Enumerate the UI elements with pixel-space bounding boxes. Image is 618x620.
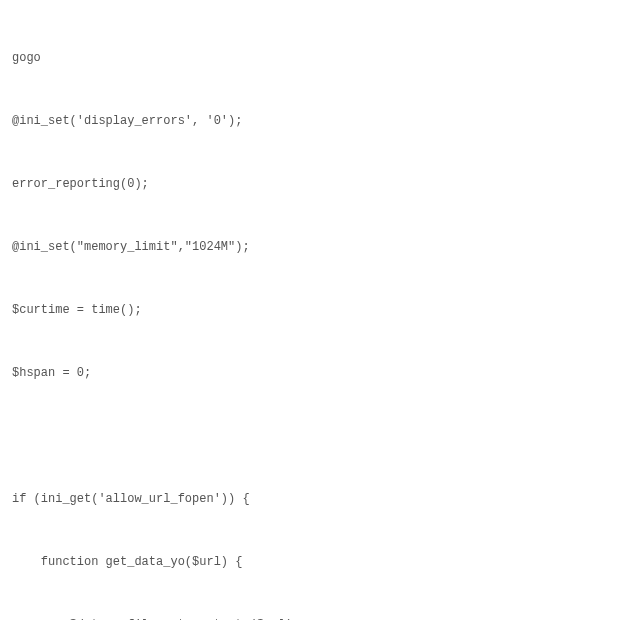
- code-line: error_reporting(0);: [12, 174, 606, 195]
- code-block: gogo @ini_set('display_errors', '0'); er…: [12, 6, 606, 620]
- code-line: function get_data_yo($url) {: [12, 552, 606, 573]
- code-line: @ini_set('display_errors', '0');: [12, 111, 606, 132]
- code-line: @ini_set("memory_limit","1024M");: [12, 237, 606, 258]
- code-line: $data = file_get_contents($url);: [12, 615, 606, 620]
- code-line: [12, 426, 606, 447]
- code-line: $curtime = time();: [12, 300, 606, 321]
- code-line: gogo: [12, 48, 606, 69]
- code-line: $hspan = 0;: [12, 363, 606, 384]
- code-line: if (ini_get('allow_url_fopen')) {: [12, 489, 606, 510]
